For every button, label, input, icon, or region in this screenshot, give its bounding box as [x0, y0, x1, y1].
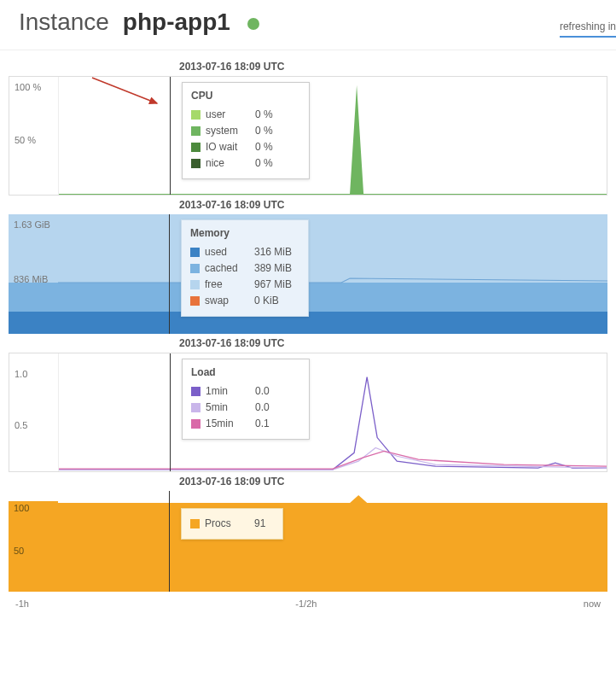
crosshair-line [170, 77, 171, 195]
charts-container: 2013-07-16 18:09 UTC 100 % 50 % CPU user… [0, 50, 616, 614]
swatch-icon [190, 248, 200, 257]
cpu-plot[interactable]: CPU user0 % system0 % IO wait0 % nice0 % [59, 77, 607, 195]
swatch-icon [191, 419, 200, 429]
refresh-status[interactable]: refreshing in [560, 20, 616, 38]
load-tooltip-title: Load [191, 366, 300, 378]
y-tick: 836 MiB [14, 274, 48, 284]
swatch-icon [190, 280, 200, 289]
swatch-icon [191, 126, 200, 136]
legend-row: swap0 KiB [190, 293, 299, 309]
procs-y-axis: 100 50 [9, 491, 58, 592]
legend-row: 15min0.1 [191, 416, 300, 432]
legend-row: system0 % [191, 123, 300, 139]
cpu-chart[interactable]: 2013-07-16 18:09 UTC 100 % 50 % CPU user… [9, 76, 607, 196]
title-prefix: Instance [19, 9, 109, 36]
swatch-icon [191, 143, 200, 152]
y-tick: 100 % [15, 82, 41, 92]
load-tooltip: Load 1min0.0 5min0.0 15min0.1 [182, 359, 310, 440]
time-axis: -1h -1/2h now [9, 595, 607, 609]
y-tick: 50 [14, 546, 24, 556]
cpu-y-axis: 100 % 50 % [9, 77, 59, 195]
legend-row: cached389 MiB [190, 260, 299, 277]
time-tick: now [584, 598, 601, 609]
y-tick: 50 % [15, 135, 36, 145]
legend-row: user0 % [191, 107, 300, 123]
title-instance-name: php-app1 [123, 9, 230, 36]
cpu-tooltip-title: CPU [191, 90, 300, 102]
page-title: Instance php-app1 [19, 9, 259, 36]
swatch-icon [191, 403, 200, 412]
cpu-timestamp: 2013-07-16 18:09 UTC [179, 61, 284, 73]
load-plot[interactable]: Load 1min0.0 5min0.0 15min0.1 [59, 353, 607, 471]
memory-tooltip-title: Memory [190, 227, 299, 239]
y-tick: 1.0 [15, 369, 27, 379]
procs-plot[interactable]: Procs91 [58, 491, 607, 592]
legend-row: nice0 % [191, 155, 300, 172]
swatch-icon [191, 159, 200, 168]
legend-row: IO wait0 % [191, 139, 300, 155]
cpu-tooltip: CPU user0 % system0 % IO wait0 % nice0 % [182, 82, 310, 179]
swatch-icon [190, 296, 200, 306]
status-indicator-icon [247, 18, 259, 30]
memory-y-axis: 1.63 GiB 836 MiB [9, 214, 58, 334]
procs-timestamp: 2013-07-16 18:09 UTC [179, 476, 284, 488]
load-chart[interactable]: 2013-07-16 18:09 UTC 1.0 0.5 Load 1min0.… [9, 353, 607, 472]
swatch-icon [191, 110, 200, 120]
time-tick: -1/2h [295, 598, 317, 609]
procs-chart[interactable]: 2013-07-16 18:09 UTC 100 50 Procs91 [9, 491, 607, 592]
time-tick: -1h [15, 598, 29, 609]
swatch-icon [190, 519, 200, 528]
legend-row: used316 MiB [190, 244, 299, 260]
memory-tooltip: Memory used316 MiB cached389 MiB free967… [181, 219, 309, 317]
load-y-axis: 1.0 0.5 [9, 353, 59, 471]
legend-row: 5min0.0 [191, 400, 300, 416]
memory-chart[interactable]: 2013-07-16 18:09 UTC 1.63 GiB 836 MiB Me… [9, 214, 607, 334]
legend-row: Procs91 [190, 516, 274, 532]
page-header: Instance php-app1 refreshing in [0, 9, 616, 50]
memory-timestamp: 2013-07-16 18:09 UTC [179, 199, 284, 211]
crosshair-line [169, 491, 170, 592]
y-tick: 100 [14, 503, 29, 513]
memory-plot[interactable]: Memory used316 MiB cached389 MiB free967… [58, 214, 607, 334]
swatch-icon [191, 387, 200, 396]
load-timestamp: 2013-07-16 18:09 UTC [179, 337, 284, 349]
y-tick: 0.5 [15, 420, 27, 430]
y-tick: 1.63 GiB [14, 219, 50, 230]
crosshair-line [169, 214, 170, 334]
crosshair-line [170, 353, 171, 471]
swatch-icon [190, 264, 200, 273]
legend-row: 1min0.0 [191, 383, 300, 400]
procs-tooltip: Procs91 [181, 508, 283, 540]
legend-row: free967 MiB [190, 277, 299, 293]
